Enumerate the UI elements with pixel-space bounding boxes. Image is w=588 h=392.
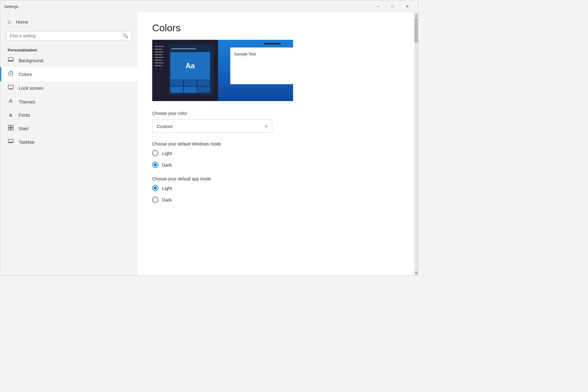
preview-background: Aa [152,40,293,101]
svg-rect-8 [11,125,13,127]
scroll-up-arrow[interactable]: ▲ [414,13,418,18]
maximize-button[interactable]: □ [386,2,400,11]
sidebar-item-lock-screen[interactable]: Lock screen [0,81,138,95]
preview-right-panel: Sample Text [218,40,293,101]
svg-rect-12 [8,142,13,143]
search-icon: 🔍 [123,33,128,38]
lock-screen-icon [8,85,14,91]
chevron-down-icon: ∨ [265,124,268,128]
app-mode-label: Choose your default app mode [152,176,400,181]
color-preview: Aa [152,40,293,101]
background-label: Background [19,58,43,63]
themes-label: Themes [19,99,35,104]
app-mode-light-option[interactable]: Light [152,185,400,191]
preview-line [155,54,162,55]
preview-center-line [172,48,196,49]
preview-grid-cell [184,80,197,86]
color-section-label: Choose your color [152,111,400,116]
preview-top-bar [264,43,281,44]
close-button[interactable]: ✕ [400,2,414,11]
sidebar-item-background[interactable]: Background [0,54,138,67]
themes-icon [8,98,14,105]
scrollbar-thumb[interactable] [414,18,418,43]
main-content: Colors [138,13,414,275]
windows-dark-radio-dot [154,163,157,166]
colors-label: Colors [19,72,32,77]
svg-rect-11 [8,139,13,142]
background-icon [8,57,14,63]
preview-center-bg: Aa [169,45,213,95]
fonts-label: Fonts [19,112,30,118]
title-bar: Settings ─ □ ✕ [0,0,418,13]
app-mode-dark-option[interactable]: Dark [152,197,400,203]
scrollbar[interactable]: ▲ ▼ [414,13,418,275]
windows-mode-radio-group: Light Dark [152,150,400,168]
preview-line [155,57,164,58]
lock-screen-label: Lock screen [19,85,43,91]
svg-rect-1 [8,60,13,61]
windows-dark-label: Dark [162,162,172,168]
preview-line [155,65,162,66]
svg-rect-10 [11,128,13,130]
preview-line [155,46,164,47]
start-label: Start [19,126,28,131]
svg-rect-4 [8,85,13,89]
sidebar: ⌂ Home 🔍 Personalization Background [0,13,138,275]
sidebar-item-fonts[interactable]: A Fonts [0,109,138,121]
windows-mode-dark-option[interactable]: Dark [152,162,400,168]
scrollbar-track[interactable] [414,18,418,270]
svg-rect-5 [9,89,12,89]
home-icon: ⌂ [8,19,11,25]
app-dark-radio[interactable] [152,197,158,203]
sidebar-item-colors[interactable]: Colors [0,67,138,81]
preview-line [155,62,164,63]
content-area: ⌂ Home 🔍 Personalization Background [0,13,418,275]
sidebar-item-home[interactable]: ⌂ Home [0,15,138,29]
windows-mode-light-option[interactable]: Light [152,150,400,156]
preview-aa-box: Aa [170,52,210,80]
search-input[interactable] [10,33,120,38]
home-label: Home [16,19,28,24]
fonts-icon: A [8,112,14,118]
start-icon [8,125,14,132]
dropdown-selected-value: Custom [157,124,173,129]
preview-grid-cell [197,80,210,86]
preview-sample-text: Sample Text [234,52,256,56]
taskbar-label: Taskbar [19,139,35,145]
svg-point-3 [10,73,11,74]
app-light-radio[interactable] [152,185,158,191]
preview-grid-cell [184,87,197,93]
app-mode-radio-group: Light Dark [152,185,400,203]
svg-rect-7 [8,125,10,127]
scroll-down-arrow[interactable]: ▼ [414,270,418,275]
preview-line [155,60,162,61]
preview-grid [170,80,210,93]
minimize-button[interactable]: ─ [371,2,385,11]
sidebar-item-themes[interactable]: Themes [0,95,138,109]
colors-icon [8,71,14,77]
window-controls: ─ □ ✕ [371,2,414,11]
preview-line [155,49,162,50]
settings-window: Settings ─ □ ✕ ⌂ Home 🔍 Personalization [0,0,418,276]
app-light-label: Light [162,186,172,191]
search-box[interactable]: 🔍 [6,31,131,40]
sidebar-item-start[interactable]: Start [0,121,138,135]
app-light-radio-dot [154,187,157,190]
window-title: Settings [4,4,18,9]
preview-aa-label: Aa [186,62,195,70]
windows-light-label: Light [162,151,172,156]
preview-line [155,51,164,52]
windows-mode-label: Choose your default Windows mode [152,141,400,146]
personalization-section-label: Personalization [0,45,138,54]
color-dropdown[interactable]: Custom ∨ [152,119,272,133]
page-title: Colors [152,22,400,34]
preview-grid-cell [197,87,210,93]
windows-dark-radio[interactable] [152,162,158,168]
preview-right-inner: Sample Text [230,47,293,84]
windows-light-radio[interactable] [152,150,158,156]
sidebar-item-taskbar[interactable]: Taskbar [0,135,138,148]
app-dark-label: Dark [162,197,172,202]
preview-left-panel: Aa [152,40,220,101]
preview-grid-cell [170,80,183,86]
preview-lines [155,46,164,66]
